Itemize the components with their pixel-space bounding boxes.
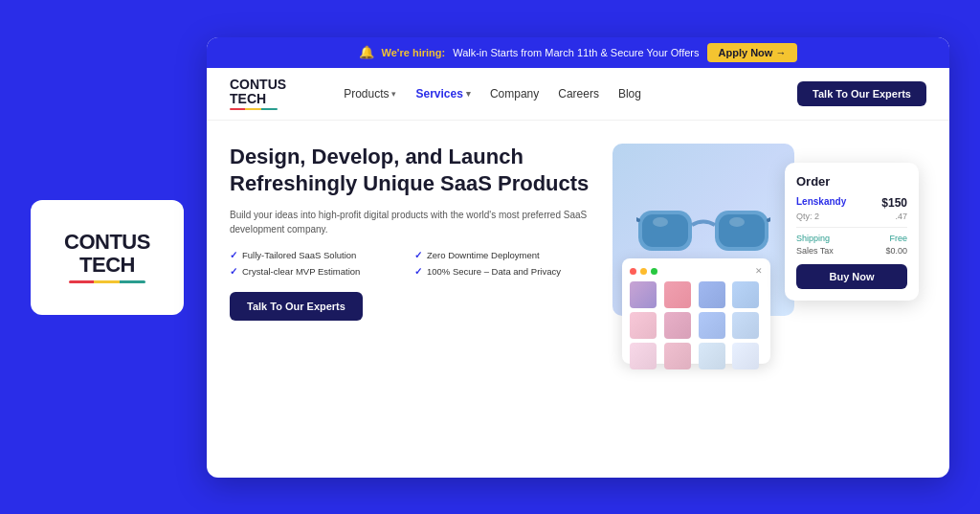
swatch[interactable] <box>664 312 691 339</box>
svg-line-5 <box>768 215 770 220</box>
chevron-down-icon: ▾ <box>466 89 471 99</box>
hiring-label: We're hiring: <box>382 47 446 58</box>
check-icon: ✓ <box>230 266 237 277</box>
chevron-down-icon: ▾ <box>391 89 396 99</box>
swatch[interactable] <box>664 343 691 369</box>
check-icon: ✓ <box>414 250 422 260</box>
nav-bar: CONTUS TECH Products ▾ Services ▾ Compan… <box>207 68 949 122</box>
order-item-name: Lenskandy <box>796 196 846 207</box>
swatch[interactable] <box>630 281 657 308</box>
feature-1: ✓ Fully-Tailored SaaS Solution <box>230 250 409 260</box>
dot-red <box>630 268 636 275</box>
nav-link-products[interactable]: Products ▾ <box>344 87 396 101</box>
swatch[interactable] <box>630 343 657 369</box>
hero-right: ✕ <box>612 144 919 373</box>
hero-cta-button[interactable]: Talk To Our Experts <box>230 292 363 321</box>
features-grid: ✓ Fully-Tailored SaaS Solution ✓ Zero Do… <box>230 250 593 277</box>
hero-title: Design, Develop, and Launch Refreshingly… <box>230 144 593 196</box>
nav-link-blog[interactable]: Blog <box>618 87 641 101</box>
check-icon: ✓ <box>414 266 422 277</box>
feature-label: Crystal-clear MVP Estimation <box>242 266 360 277</box>
announcement-bar: 🔔 We're hiring: Walk-in Starts from Marc… <box>207 37 949 68</box>
swatch[interactable] <box>699 281 725 308</box>
shipping-label: Shipping <box>796 234 830 243</box>
order-card: Order Lenskandy $150 Qty: 2 .47 Shipping… <box>785 163 919 301</box>
feature-3: ✓ Crystal-clear MVP Estimation <box>230 266 409 277</box>
swatch[interactable] <box>699 343 725 369</box>
hero-description: Build your ideas into high-profit digita… <box>230 208 593 236</box>
swatch[interactable] <box>732 343 759 369</box>
apply-now-button[interactable]: Apply Now → <box>707 43 798 62</box>
browser-window: 🔔 We're hiring: Walk-in Starts from Marc… <box>207 37 949 478</box>
palette-widget: ✕ <box>622 258 770 364</box>
tax-value: $0.00 <box>885 246 907 256</box>
dot-green <box>651 268 657 275</box>
tax-label: Sales Tax <box>796 246 834 256</box>
order-divider <box>796 227 907 228</box>
logo-card: CONTUS TECH <box>31 200 184 315</box>
feature-label: Fully-Tailored SaaS Solution <box>242 250 356 260</box>
swatch[interactable] <box>732 281 759 308</box>
order-qty-label: Qty: 2 <box>796 212 819 221</box>
feature-label: 100% Secure – Data and Privacy <box>427 266 561 277</box>
order-tax-row: Sales Tax $0.00 <box>796 246 907 256</box>
shipping-value: Free <box>889 234 907 243</box>
nav-logo: CONTUS TECH <box>230 78 317 111</box>
nav-link-careers[interactable]: Careers <box>558 87 599 101</box>
hero-section: Design, Develop, and Launch Refreshingly… <box>207 121 949 389</box>
order-qty-num: .47 <box>895 212 907 221</box>
check-icon: ✓ <box>230 250 237 260</box>
nav-cta-button[interactable]: Talk To Our Experts <box>797 81 926 106</box>
close-icon[interactable]: ✕ <box>755 266 763 276</box>
order-item-price: $150 <box>881 196 907 210</box>
outer-container: CONTUS TECH 🔔 We're hiring: Walk-in Star… <box>31 23 949 492</box>
svg-point-6 <box>653 217 668 227</box>
palette-grid <box>630 281 763 369</box>
sunglasses-svg <box>636 191 770 268</box>
palette-header: ✕ <box>630 266 763 276</box>
buy-now-button[interactable]: Buy Now <box>796 264 907 289</box>
nav-link-services[interactable]: Services ▾ <box>415 87 470 101</box>
nav-logo-underline <box>230 108 278 110</box>
order-qty-row: Qty: 2 .47 <box>796 212 907 221</box>
logo-card-underline <box>69 280 145 283</box>
svg-point-7 <box>729 217 745 227</box>
swatch[interactable] <box>630 312 657 339</box>
bell-icon: 🔔 <box>359 45 374 59</box>
hiring-text: Walk-in Starts from March 11th & Secure … <box>453 47 699 58</box>
nav-links: Products ▾ Services ▾ Company Careers Bl… <box>344 87 797 101</box>
order-item-row: Lenskandy $150 <box>796 196 907 210</box>
feature-label: Zero Downtime Deployment <box>427 250 540 260</box>
swatch[interactable] <box>699 312 725 339</box>
order-shipping-row: Shipping Free <box>796 234 907 243</box>
feature-2: ✓ Zero Downtime Deployment <box>414 250 593 260</box>
swatch[interactable] <box>664 281 691 308</box>
feature-4: ✓ 100% Secure – Data and Privacy <box>414 266 593 277</box>
order-title: Order <box>796 174 907 189</box>
logo-card-text: CONTUS TECH <box>64 231 150 277</box>
svg-line-4 <box>636 215 638 220</box>
swatch[interactable] <box>732 312 759 339</box>
dot-yellow <box>640 268 647 275</box>
hero-left: Design, Develop, and Launch Refreshingly… <box>230 144 593 373</box>
nav-link-company[interactable]: Company <box>490 87 539 101</box>
